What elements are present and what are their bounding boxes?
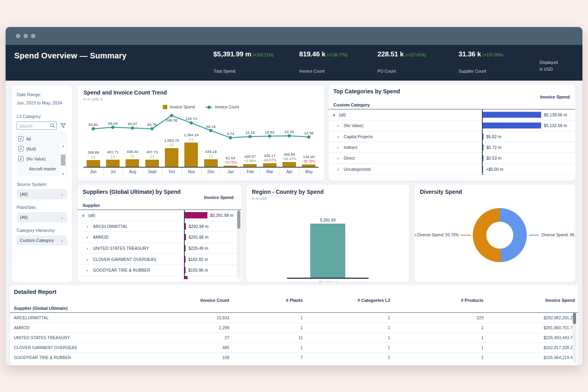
plant-site-label: Plant/Site: bbox=[17, 205, 67, 210]
line-point[interactable] bbox=[151, 127, 154, 130]
l3-item-all[interactable]: ✓ All bbox=[18, 134, 67, 144]
value-column-header[interactable]: Invoice Spend bbox=[540, 95, 570, 99]
line-point[interactable] bbox=[190, 121, 193, 124]
window-control-dot[interactable] bbox=[23, 34, 28, 38]
table-row[interactable]: AMROD2,299111$291,860,701.78 bbox=[14, 323, 571, 333]
spend-bar[interactable] bbox=[483, 155, 484, 161]
category-hierarchy-select[interactable]: Custom Category ⌄ bbox=[17, 235, 67, 245]
expand-chevron-icon[interactable]: › bbox=[337, 145, 338, 150]
clipped-next-bar bbox=[185, 276, 188, 279]
column-header[interactable]: # Plants bbox=[229, 298, 303, 303]
checkbox-checked-icon[interactable]: ✓ bbox=[18, 136, 23, 141]
cell-value: 1 bbox=[229, 345, 303, 350]
table-row[interactable]: ARCELORMITTAL15,93311229$292,982,291.25 bbox=[14, 313, 571, 323]
supplier-row[interactable]: ∨(all)$5,391.99 m bbox=[78, 210, 242, 221]
expand-chevron-icon[interactable]: › bbox=[337, 156, 338, 160]
supplier-row[interactable]: ›ARCELORMITTAL$292.98 m bbox=[78, 221, 242, 232]
category-row[interactable]: ∨(all)$5,139.66 m bbox=[329, 110, 575, 120]
collapse-chevron-icon[interactable]: ∨ bbox=[333, 113, 335, 117]
column-header[interactable]: # Categories L3 bbox=[303, 298, 390, 303]
expand-chevron-icon[interactable]: › bbox=[337, 134, 338, 139]
line-point[interactable] bbox=[111, 126, 114, 129]
value-column-header[interactable]: Invoice Spend bbox=[204, 195, 234, 200]
dimension-column-header[interactable]: Custom Category bbox=[333, 102, 370, 107]
expand-chevron-icon[interactable]: › bbox=[87, 224, 88, 228]
row-value: +$0.00 m bbox=[486, 167, 503, 172]
line-point[interactable] bbox=[229, 136, 232, 139]
scroll-up-icon[interactable]: ▲ bbox=[62, 144, 65, 148]
diversity-panel: Diversity Spend Non-Diverse Spend: 50.70… bbox=[414, 185, 575, 282]
plant-site-select[interactable]: (All) ⌄ bbox=[17, 212, 67, 222]
category-hierarchy-label: Category Hierarchy: bbox=[17, 228, 67, 233]
spend-bar[interactable] bbox=[483, 133, 484, 139]
line-point[interactable] bbox=[170, 114, 173, 117]
window-control-dot[interactable] bbox=[16, 34, 20, 38]
region-plot: 5,391.99 (No Value) bbox=[252, 201, 404, 280]
checkbox-checked-icon[interactable]: ✓ bbox=[18, 156, 23, 161]
spend-bar[interactable] bbox=[483, 145, 484, 151]
spend-bar[interactable] bbox=[483, 123, 541, 129]
expand-chevron-icon[interactable]: › bbox=[337, 167, 338, 171]
scrollbar-thumb[interactable] bbox=[237, 210, 240, 229]
line-point[interactable] bbox=[288, 134, 291, 137]
line-point[interactable] bbox=[268, 135, 271, 138]
row-label: Uncategorized bbox=[344, 167, 371, 172]
expand-chevron-icon[interactable]: › bbox=[87, 268, 88, 272]
x-axis-tick-label: Nov bbox=[182, 168, 201, 176]
collapse-chevron-icon[interactable]: ∨ bbox=[82, 213, 85, 218]
l3-category-label: L3 Category: bbox=[17, 114, 67, 119]
category-row[interactable]: ›Uncategorized+$0.00 m bbox=[329, 164, 575, 174]
table-row[interactable]: CLOVER GARMENT OVERSEAS485111$162,817,32… bbox=[14, 343, 571, 353]
window-control-dot[interactable] bbox=[31, 34, 35, 38]
table-row[interactable]: UNITED STATES TREASURY271111$226,493,443… bbox=[14, 333, 571, 343]
supplier-row[interactable]: ›AMROD$291.86 m bbox=[78, 232, 242, 243]
scrollbar-thumb[interactable] bbox=[573, 313, 576, 324]
expand-chevron-icon[interactable]: › bbox=[337, 124, 338, 128]
region-bar[interactable] bbox=[310, 224, 345, 278]
expand-chevron-icon[interactable]: › bbox=[87, 257, 88, 261]
kpi-label: Total Spend bbox=[213, 69, 273, 73]
column-header[interactable]: Invoice Count bbox=[145, 298, 229, 303]
spend-bar[interactable] bbox=[185, 212, 207, 218]
spend-bar[interactable] bbox=[185, 256, 186, 263]
line-point[interactable] bbox=[307, 135, 310, 139]
column-header[interactable]: Invoice Spend bbox=[484, 298, 575, 303]
expand-chevron-icon[interactable]: › bbox=[87, 235, 88, 239]
report-title: Detailed Report bbox=[14, 289, 56, 295]
expand-chevron-icon[interactable]: › bbox=[87, 246, 88, 251]
spend-bar[interactable] bbox=[483, 166, 483, 172]
category-row[interactable]: ›(No Value)$5,132.58 m bbox=[329, 120, 575, 131]
line-point[interactable] bbox=[248, 135, 251, 138]
dimension-column-header[interactable]: Supplier bbox=[83, 203, 100, 208]
supplier-row[interactable]: ›CLOVER GARMENT OVERSEAS$162.82 m bbox=[78, 254, 242, 265]
kpi-value: 228.51 k bbox=[377, 50, 404, 58]
supplier-row[interactable]: ›GOODYEAR TIRE & RUBBER$155.96 m bbox=[78, 265, 242, 276]
bar-value-label: 5,391.99 bbox=[320, 218, 336, 222]
category-row[interactable]: ›Capital Projects$5.82 m bbox=[329, 131, 575, 142]
spend-bar[interactable] bbox=[185, 223, 186, 230]
filter-funnel-icon[interactable] bbox=[59, 122, 67, 130]
column-header[interactable]: # Products bbox=[390, 298, 484, 303]
checkbox-checked-icon[interactable]: ✓ bbox=[18, 146, 23, 151]
spend-bar[interactable] bbox=[483, 112, 541, 118]
line-point[interactable] bbox=[209, 129, 213, 132]
category-row[interactable]: ›Indirect$0.72 m bbox=[329, 142, 575, 153]
list-scrollbar[interactable]: ▲ ▼ bbox=[60, 143, 66, 176]
scroll-down-icon[interactable]: ▼ bbox=[62, 172, 65, 176]
panel-scrollbar[interactable] bbox=[237, 210, 241, 278]
cell-value: 15,933 bbox=[145, 315, 229, 320]
category-row[interactable]: ›Direct$0.53 m bbox=[329, 153, 575, 164]
source-system-select[interactable]: (All) ⌄ bbox=[17, 189, 67, 199]
clipped-table-row bbox=[14, 363, 571, 365]
table-scrollbar[interactable] bbox=[573, 313, 576, 363]
table-row[interactable]: GOODYEAR TIRE & RUBBER108711$155,964,219… bbox=[14, 353, 571, 363]
spend-bar[interactable] bbox=[185, 245, 186, 251]
scrollbar-thumb[interactable] bbox=[61, 154, 66, 166]
supplier-row[interactable]: ›UNITED STATES TREASURY$226.49 m bbox=[78, 243, 242, 254]
line-point[interactable] bbox=[131, 126, 134, 129]
row-dimension-header[interactable]: Supplier (Global Ultimate) bbox=[14, 306, 68, 311]
line-point[interactable] bbox=[92, 127, 95, 130]
line-value-label: 19.92 bbox=[265, 130, 275, 134]
spend-bar[interactable] bbox=[185, 267, 186, 273]
spend-bar[interactable] bbox=[185, 234, 186, 240]
